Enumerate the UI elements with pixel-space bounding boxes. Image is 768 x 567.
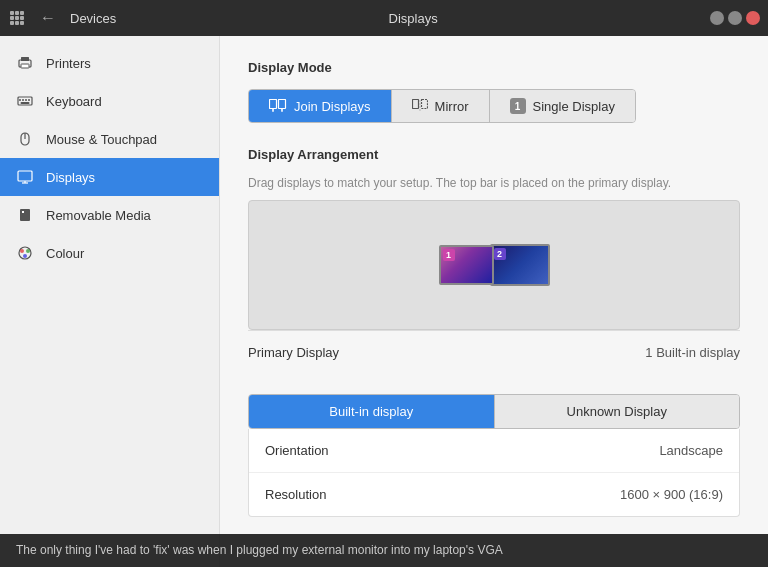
svg-point-27 [26, 249, 30, 253]
app-window: Printers Keyboard [0, 36, 768, 567]
sidebar-item-displays[interactable]: Displays [0, 158, 219, 196]
sidebar-item-removable-label: Removable Media [46, 208, 151, 223]
svg-rect-0 [10, 11, 14, 15]
primary-display-value: 1 Built-in display [645, 345, 740, 360]
titlebar-section-title: Devices [70, 11, 116, 26]
display-mode-buttons: Join Displays Mirror 1 Single Display [248, 89, 636, 123]
svg-rect-8 [20, 21, 24, 25]
mirror-label: Mirror [435, 99, 469, 114]
sidebar-item-printers[interactable]: Printers [0, 44, 219, 82]
display-number-1: 1 [443, 249, 455, 261]
bottom-overlay: The only thing I've had to 'fix' was whe… [0, 534, 768, 567]
sidebar-item-keyboard[interactable]: Keyboard [0, 82, 219, 120]
minimize-button[interactable] [710, 11, 724, 25]
close-button[interactable] [746, 11, 760, 25]
svg-point-26 [20, 249, 24, 253]
svg-rect-29 [270, 100, 277, 109]
join-displays-label: Join Displays [294, 99, 371, 114]
display-mode-title: Display Mode [248, 60, 740, 75]
svg-rect-1 [15, 11, 19, 15]
sidebar-item-displays-label: Displays [46, 170, 95, 185]
printer-icon [16, 54, 34, 72]
arrangement-subtitle: Drag displays to match your setup. The t… [248, 176, 740, 190]
sidebar: Printers Keyboard [0, 36, 220, 567]
resolution-label: Resolution [265, 487, 326, 502]
arrangement-section: Display Arrangement Drag displays to mat… [248, 147, 740, 374]
svg-rect-7 [15, 21, 19, 25]
apps-icon [8, 9, 26, 27]
arrangement-title: Display Arrangement [248, 147, 740, 162]
svg-point-28 [23, 254, 27, 258]
svg-rect-10 [21, 57, 29, 61]
join-displays-button[interactable]: Join Displays [249, 90, 392, 122]
primary-display-row: Primary Display 1 Built-in display [248, 330, 740, 374]
svg-rect-35 [412, 100, 418, 109]
single-display-button[interactable]: 1 Single Display [490, 90, 635, 122]
svg-rect-3 [10, 16, 14, 20]
display-tabs: Built-in display Unknown Display [248, 394, 740, 429]
sidebar-item-keyboard-label: Keyboard [46, 94, 102, 109]
display-thumb-1[interactable]: 1 [439, 245, 494, 285]
mirror-icon [412, 99, 428, 113]
removable-icon [16, 206, 34, 224]
displays-container: 1 2 [439, 244, 550, 286]
orientation-row: Orientation Landscape [249, 429, 739, 473]
sidebar-item-removable[interactable]: Removable Media [0, 196, 219, 234]
mouse-icon [16, 130, 34, 148]
svg-rect-36 [421, 100, 427, 109]
svg-rect-23 [20, 209, 30, 221]
single-display-icon: 1 [510, 98, 526, 114]
bottom-overlay-text: The only thing I've had to 'fix' was whe… [16, 543, 503, 557]
display-thumb-2[interactable]: 2 [490, 244, 550, 286]
back-button[interactable]: ← [34, 7, 62, 29]
display-icon [16, 168, 34, 186]
titlebar-left: ← Devices [8, 7, 116, 29]
mirror-button[interactable]: Mirror [392, 90, 490, 122]
display-number-2: 2 [494, 248, 506, 260]
orientation-label: Orientation [265, 443, 329, 458]
orientation-value: Landscape [659, 443, 723, 458]
settings-table: Orientation Landscape Resolution 1600 × … [248, 429, 740, 517]
join-displays-icon [269, 99, 287, 113]
svg-rect-30 [279, 100, 286, 109]
sidebar-item-colour[interactable]: Colour [0, 234, 219, 272]
maximize-button[interactable] [728, 11, 742, 25]
svg-rect-20 [18, 171, 32, 181]
resolution-value: 1600 × 900 (16:9) [620, 487, 723, 502]
tab-builtin-display[interactable]: Built-in display [249, 395, 495, 428]
primary-display-label: Primary Display [248, 345, 339, 360]
svg-rect-24 [22, 211, 24, 213]
sidebar-item-printers-label: Printers [46, 56, 91, 71]
svg-rect-11 [21, 64, 29, 68]
svg-rect-6 [10, 21, 14, 25]
keyboard-icon [16, 92, 34, 110]
tab-unknown-display[interactable]: Unknown Display [495, 395, 740, 428]
titlebar-window-title: Displays [116, 11, 710, 26]
colour-icon [16, 244, 34, 262]
svg-rect-5 [20, 16, 24, 20]
main-content: Display Mode Join Displays [220, 36, 768, 567]
svg-rect-2 [20, 11, 24, 15]
resolution-row: Resolution 1600 × 900 (16:9) [249, 473, 739, 516]
svg-rect-4 [15, 16, 19, 20]
sidebar-item-mouse[interactable]: Mouse & Touchpad [0, 120, 219, 158]
sidebar-item-mouse-label: Mouse & Touchpad [46, 132, 157, 147]
titlebar-controls [710, 11, 760, 25]
sidebar-item-colour-label: Colour [46, 246, 84, 261]
titlebar: ← Devices Displays [0, 0, 768, 36]
arrangement-box: 1 2 [248, 200, 740, 330]
single-display-label: Single Display [533, 99, 615, 114]
